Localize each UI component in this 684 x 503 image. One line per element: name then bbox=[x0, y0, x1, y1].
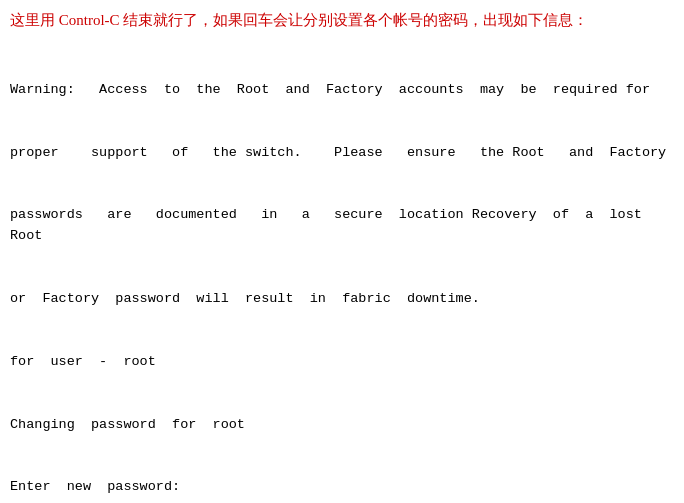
terminal-line-4: or Factory password will result in fabri… bbox=[10, 289, 674, 310]
terminal-line-1: Warning: Access to the Root and Factory … bbox=[10, 80, 674, 101]
terminal-line-2: proper support of the switch. Please ens… bbox=[10, 143, 674, 164]
terminal-line-7: Enter new password: bbox=[10, 477, 674, 498]
terminal-line-3: passwords are documented in a secure loc… bbox=[10, 205, 674, 247]
terminal-line-5: for user - root bbox=[10, 352, 674, 373]
terminal-line-6: Changing password for root bbox=[10, 415, 674, 436]
terminal-output: Warning: Access to the Root and Factory … bbox=[10, 38, 674, 503]
chinese-header-text: 这里用 Control-C 结束就行了，如果回车会让分别设置各个帐号的密码，出现… bbox=[10, 8, 674, 32]
page-container: 这里用 Control-C 结束就行了，如果回车会让分别设置各个帐号的密码，出现… bbox=[10, 8, 674, 503]
